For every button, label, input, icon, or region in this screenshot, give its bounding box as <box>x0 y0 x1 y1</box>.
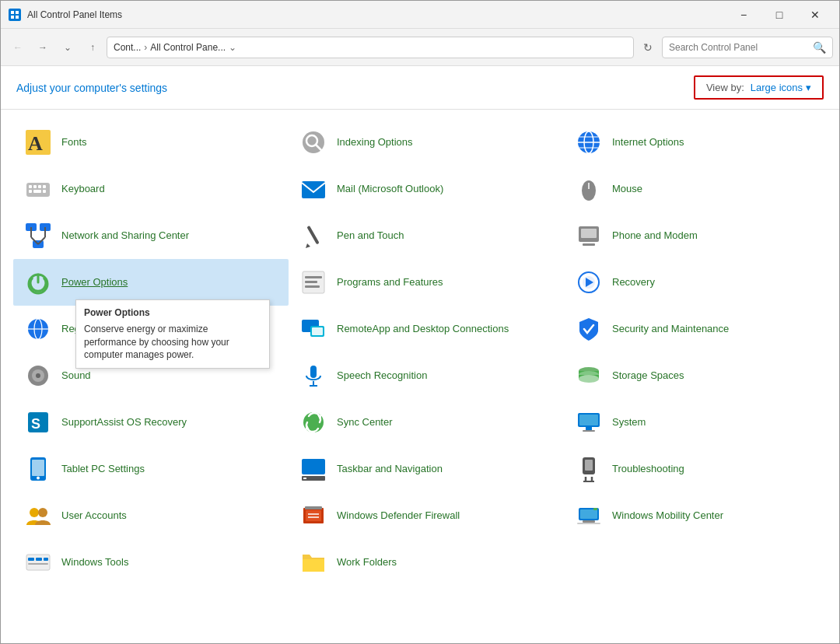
back-button[interactable]: ← <box>7 37 29 58</box>
control-item-keyboard[interactable]: Keyboard <box>13 166 289 212</box>
mail-label: Mail (Microsoft Outlook) <box>337 183 443 196</box>
svg-rect-93 <box>26 555 50 570</box>
control-item-system[interactable]: System <box>564 399 839 446</box>
power-options-icon <box>23 267 54 298</box>
svg-marker-34 <box>306 243 310 248</box>
control-item-storage-spaces[interactable]: Storage Spaces <box>564 352 839 399</box>
svg-rect-22 <box>43 190 46 193</box>
svg-rect-37 <box>583 243 595 246</box>
control-item-network-sharing[interactable]: Network and Sharing Center <box>13 212 289 259</box>
svg-rect-91 <box>577 523 600 524</box>
control-item-speech-recognition[interactable]: Speech Recognition <box>289 352 564 399</box>
svg-rect-84 <box>305 506 322 509</box>
svg-rect-18 <box>38 185 41 188</box>
address-bar[interactable]: Cont... › All Control Pane... ⌄ <box>107 37 634 58</box>
control-item-supportassist[interactable]: SSupportAssist OS Recovery <box>13 399 289 446</box>
svg-rect-1 <box>11 11 14 14</box>
region-label: Region <box>61 323 93 336</box>
mail-icon <box>298 173 329 205</box>
recovery-label: Recovery <box>612 276 655 289</box>
maximize-button[interactable]: □ <box>761 2 797 27</box>
recent-locations-button[interactable]: ⌄ <box>57 37 79 58</box>
control-item-tablet-pc[interactable]: Tablet PC Settings <box>13 446 289 492</box>
sound-label: Sound <box>61 369 91 383</box>
control-item-pen-touch[interactable]: Pen and Touch <box>289 212 564 259</box>
windows-mobility-label: Windows Mobility Center <box>612 509 723 523</box>
forward-button[interactable]: → <box>32 37 54 58</box>
control-item-indexing-options[interactable]: Indexing Options <box>289 119 564 166</box>
tablet-pc-label: Tablet PC Settings <box>61 463 145 476</box>
phone-modem-label: Phone and Modem <box>612 229 698 243</box>
tablet-pc-icon <box>23 453 54 485</box>
windows-tools-icon <box>23 547 54 578</box>
control-item-internet-options[interactable]: Internet Options <box>564 119 839 166</box>
control-item-work-folders[interactable]: Work Folders <box>289 539 564 586</box>
control-item-region[interactable]: Region <box>13 306 289 352</box>
close-button[interactable]: ✕ <box>797 2 833 27</box>
control-item-power-options[interactable]: Power OptionsPower OptionsConserve energ… <box>13 259 289 306</box>
control-item-phone-modem[interactable]: Phone and Modem <box>564 212 839 259</box>
svg-rect-75 <box>303 478 306 479</box>
svg-rect-16 <box>29 185 32 188</box>
windows-defender-icon <box>298 500 329 531</box>
storage-spaces-label: Storage Spaces <box>612 369 684 383</box>
svg-rect-23 <box>302 181 325 198</box>
control-item-fonts[interactable]: AFonts <box>13 119 289 166</box>
svg-rect-67 <box>579 415 598 425</box>
security-maintenance-label: Security and Maintenance <box>612 323 729 336</box>
control-item-troubleshooting[interactable]: Troubleshooting <box>564 446 839 492</box>
refresh-button[interactable]: ↻ <box>637 37 659 58</box>
content-header: Adjust your computer's settings View by:… <box>1 66 839 110</box>
svg-rect-95 <box>36 558 42 561</box>
pen-touch-label: Pen and Touch <box>337 229 404 243</box>
content-area: AFontsIndexing OptionsInternet OptionsKe… <box>1 110 839 643</box>
keyboard-label: Keyboard <box>61 183 105 196</box>
svg-rect-17 <box>33 185 37 188</box>
windows-defender-label: Windows Defender Firewall <box>337 509 460 523</box>
up-button[interactable]: ↑ <box>82 37 103 58</box>
svg-point-72 <box>37 477 40 480</box>
svg-point-82 <box>38 508 47 517</box>
windows-mobility-icon <box>573 500 604 531</box>
control-item-recovery[interactable]: Recovery <box>564 259 839 306</box>
control-item-taskbar[interactable]: Taskbar and Navigation <box>289 446 564 492</box>
taskbar-label: Taskbar and Navigation <box>337 463 443 476</box>
search-input[interactable] <box>669 42 810 53</box>
control-item-programs-features[interactable]: Programs and Features <box>289 259 564 306</box>
control-item-sound[interactable]: Sound <box>13 352 289 399</box>
control-item-windows-mobility[interactable]: Windows Mobility Center <box>564 492 839 539</box>
window-icon <box>7 7 23 23</box>
items-grid: AFontsIndexing OptionsInternet OptionsKe… <box>13 119 839 586</box>
svg-text:S: S <box>31 416 40 432</box>
control-item-windows-tools[interactable]: Windows Tools <box>13 539 289 586</box>
remoteapp-label: RemoteApp and Desktop Connections <box>337 323 509 336</box>
view-by-value[interactable]: Large icons ▾ <box>751 82 811 93</box>
view-by-arrow-icon: ▾ <box>806 82 811 93</box>
svg-text:A: A <box>28 132 43 155</box>
svg-rect-36 <box>581 229 597 238</box>
control-item-mouse[interactable]: Mouse <box>564 166 839 212</box>
control-item-user-accounts[interactable]: User Accounts <box>13 492 289 539</box>
control-item-windows-defender[interactable]: Windows Defender Firewall <box>289 492 564 539</box>
svg-rect-90 <box>583 520 595 523</box>
control-item-remoteapp[interactable]: RemoteApp and Desktop Connections <box>289 306 564 352</box>
svg-rect-98 <box>303 559 324 572</box>
speech-recognition-icon <box>298 360 329 391</box>
control-item-mail[interactable]: Mail (Microsoft Outlook) <box>289 166 564 212</box>
supportassist-icon: S <box>23 407 54 438</box>
control-item-sync-center[interactable]: Sync Center <box>289 399 564 446</box>
address-dropdown-icon: ⌄ <box>229 42 236 53</box>
svg-rect-89 <box>580 509 597 519</box>
svg-rect-20 <box>29 190 32 193</box>
power-options-label: Power Options <box>61 276 128 289</box>
programs-features-label: Programs and Features <box>337 276 443 289</box>
svg-rect-51 <box>312 327 323 335</box>
control-item-security-maintenance[interactable]: Security and Maintenance <box>564 306 839 352</box>
svg-rect-43 <box>305 285 320 288</box>
minimize-button[interactable]: − <box>726 2 761 27</box>
search-icon[interactable]: 🔍 <box>813 41 826 54</box>
view-by-control[interactable]: View by: Large icons ▾ <box>694 75 824 100</box>
troubleshooting-icon <box>573 453 604 485</box>
troubleshooting-label: Troubleshooting <box>612 463 684 476</box>
navbar: ← → ⌄ ↑ Cont... › All Control Pane... ⌄ … <box>1 29 839 66</box>
